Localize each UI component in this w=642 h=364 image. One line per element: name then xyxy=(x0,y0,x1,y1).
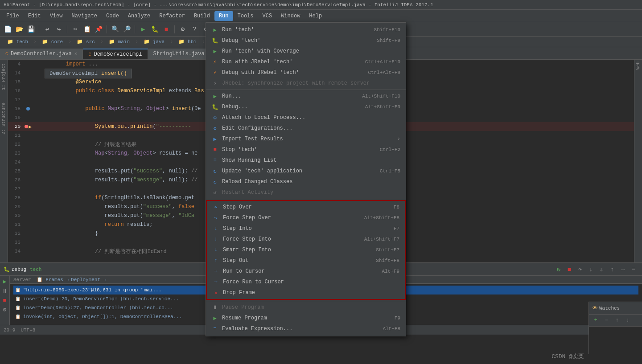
watches-up-btn[interactable]: ↑ xyxy=(612,315,622,325)
popup-method[interactable]: insert() xyxy=(101,70,127,77)
debug-arrow-20: ▶ xyxy=(29,124,32,130)
toolbar-open[interactable]: 📂 xyxy=(14,25,24,34)
toolbar-save[interactable]: 💾 xyxy=(26,25,36,34)
step-into-item[interactable]: ↓ Step Into F7 xyxy=(207,223,405,234)
breakpoint-18[interactable] xyxy=(26,107,30,110)
nav-src[interactable]: 📁 src xyxy=(73,38,98,45)
menu-analyze[interactable]: Analyze xyxy=(123,11,155,21)
toolbar-redo[interactable]: ↪ xyxy=(54,25,64,34)
debug-runcursor-btn[interactable]: → xyxy=(618,265,628,274)
evaluate-expr-item[interactable]: = Evaluate Expression... Alt+F8 xyxy=(206,323,406,334)
force-run-cursor-item[interactable]: → Force Run to Cursor xyxy=(207,277,405,287)
tab-label-demoserviceimpl: DemoServiceImpl xyxy=(94,51,142,57)
sidebar-project-label[interactable]: 1: Project xyxy=(0,61,7,92)
toolbar-find[interactable]: 🔍 xyxy=(110,25,120,34)
nav-core[interactable]: 📁 core xyxy=(38,38,66,45)
tab-demoserviceimpl[interactable]: C DemoServiceImpl xyxy=(83,49,148,59)
menu-code[interactable]: Code xyxy=(102,11,123,21)
drop-frame-item[interactable]: ✕ Drop Frame xyxy=(207,287,405,298)
debug-tab-main[interactable]: 🐛 Debug tech xyxy=(4,266,41,272)
watches-add-btn[interactable]: + xyxy=(591,315,601,325)
run-coverage-item[interactable]: ▶ Run 'tech' with Coverage xyxy=(206,46,406,57)
menu-file[interactable]: File xyxy=(2,11,24,21)
popup-class[interactable]: DemoServiceImpl xyxy=(49,70,98,77)
debug-deployment-label[interactable]: Deployment → xyxy=(71,277,106,282)
sidebar-structure-label[interactable]: 2: Structure xyxy=(0,101,7,136)
menu-run[interactable]: Run xyxy=(214,11,233,21)
edit-configs-item[interactable]: ⚙ Edit Configurations... xyxy=(206,123,406,134)
run-jrebel-shortcut: Ctrl+Alt+F10 xyxy=(365,59,400,65)
toolbar-stop[interactable]: ■ xyxy=(161,25,171,34)
reload-classes-item[interactable]: ↻ Reload Changed Classes xyxy=(206,176,406,187)
toolbar-cut[interactable]: ✂ xyxy=(70,25,80,34)
menu-navigate[interactable]: Navigate xyxy=(67,11,102,21)
menu-vcs[interactable]: VCS xyxy=(258,11,277,21)
menu-help[interactable]: Help xyxy=(305,11,326,21)
attach-process-item[interactable]: ⚙ Attach to Local Process... xyxy=(206,112,406,123)
tab-icon-demoserviceimpl: C xyxy=(88,52,91,57)
debug-pause-btn[interactable]: ⏸ xyxy=(1,287,9,295)
nav-tech[interactable]: 📁 tech xyxy=(4,38,32,45)
menu-build[interactable]: Build xyxy=(189,11,214,21)
debug-stop-btn[interactable]: ■ xyxy=(564,265,574,274)
force-step-into-item[interactable]: ↓ Force Step Into Alt+Shift+F7 xyxy=(207,234,405,245)
menu-view[interactable]: View xyxy=(45,11,67,21)
resume-program-item[interactable]: ▶ Resume Program F9 xyxy=(206,313,406,323)
breakpoint-20[interactable] xyxy=(25,125,28,128)
debug-jrebel-item[interactable]: ⚡ Debug with JRebel 'tech' Ctrl+Alt+F9 xyxy=(206,67,406,78)
reload-classes-icon: ↻ xyxy=(211,178,218,185)
nav-java[interactable]: 📁 java xyxy=(140,38,168,45)
debug-settings2-btn[interactable]: ⚙ xyxy=(1,306,9,314)
debug-stop2-btn[interactable]: ■ xyxy=(1,296,9,304)
sidebar-web-label[interactable]: Web xyxy=(635,60,642,71)
menu-tools[interactable]: Tools xyxy=(233,11,258,21)
debug-frames-label[interactable]: 📋 Frames → xyxy=(37,277,69,282)
drop-frame-icon: ✕ xyxy=(212,289,219,296)
debug-tech-item[interactable]: 🐛 Debug 'tech' Shift+F9 xyxy=(206,35,406,46)
toolbar-copy[interactable]: 📋 xyxy=(82,25,92,34)
debug-stepout-btn[interactable]: ↑ xyxy=(607,265,617,274)
debug-resume-btn[interactable]: ▶ xyxy=(1,278,9,286)
nav-main[interactable]: 📁 main xyxy=(105,38,133,45)
debug-server-tab[interactable]: Server xyxy=(13,277,31,282)
toolbar-run[interactable]: ▶ xyxy=(138,25,148,34)
run-cursor-label: Run to Cursor xyxy=(223,268,265,274)
toolbar-settings[interactable]: ⚙ xyxy=(178,25,188,34)
toolbar-help[interactable]: ? xyxy=(189,25,199,34)
watches-remove-btn[interactable]: − xyxy=(601,315,611,325)
debug-stepover-btn[interactable]: ↷ xyxy=(575,265,585,274)
nav-hbi[interactable]: 📁 hbi xyxy=(175,38,200,45)
menu-window[interactable]: Window xyxy=(276,11,305,21)
menu-refactor[interactable]: Refactor xyxy=(155,11,189,21)
debug-eval-btn[interactable]: = xyxy=(629,265,638,274)
menu-edit[interactable]: Edit xyxy=(24,11,45,21)
toolbar-new[interactable]: 📄 xyxy=(3,25,12,34)
debug-stepinto-btn[interactable]: ↓ xyxy=(586,265,596,274)
import-results-icon: ▶ xyxy=(211,135,218,143)
show-running-item[interactable]: ≡ Show Running List xyxy=(206,155,406,166)
toolbar-undo[interactable]: ↩ xyxy=(42,25,52,34)
debug-ellipsis-item[interactable]: 🐛 Debug... Alt+Shift+F9 xyxy=(206,102,406,112)
run-tech-item[interactable]: ▶ Run 'tech' Shift+F10 xyxy=(206,25,406,35)
run-jrebel-item[interactable]: ⚡ Run with JRebel 'tech' Ctrl+Alt+F10 xyxy=(206,57,406,67)
debug-restart-btn[interactable]: ↻ xyxy=(554,265,564,274)
toolbar-find2[interactable]: 🔎 xyxy=(122,25,132,34)
toolbar-debug[interactable]: 🐛 xyxy=(150,25,160,34)
run-ellipsis-item[interactable]: ▶ Run... Alt+Shift+F10 xyxy=(206,91,406,102)
tab-close-democontroller[interactable]: × xyxy=(74,51,78,57)
debug-forceinto-btn[interactable]: ⇓ xyxy=(597,265,606,274)
import-results-item[interactable]: ▶ Import Test Results › xyxy=(206,134,406,144)
toolbar-paste[interactable]: 📌 xyxy=(94,25,103,34)
tab-democontroller[interactable]: C DemoController.java × xyxy=(0,49,83,59)
update-app-item[interactable]: ↻ Update 'tech' application Ctrl+F5 xyxy=(206,166,406,176)
run-cursor-item[interactable]: → Run to Cursor Alt+F9 xyxy=(207,266,405,277)
import-results-label: Import Test Results xyxy=(222,136,283,142)
step-out-item[interactable]: ↑ Step Out Shift+F8 xyxy=(207,255,405,266)
force-step-over-item[interactable]: ↷ Force Step Over Alt+Shift+F8 xyxy=(207,213,405,223)
restart-activity-icon: ↺ xyxy=(211,189,218,196)
smart-step-into-item[interactable]: ↓ Smart Step Into Shift+F7 xyxy=(207,245,405,255)
frame-icon-1: 📋 xyxy=(15,296,21,302)
watches-down-btn[interactable]: ↓ xyxy=(623,315,633,325)
stop-tech-item[interactable]: ■ Stop 'tech' Ctrl+F2 xyxy=(206,144,406,155)
step-over-item[interactable]: ↷ Step Over F8 xyxy=(207,202,405,213)
